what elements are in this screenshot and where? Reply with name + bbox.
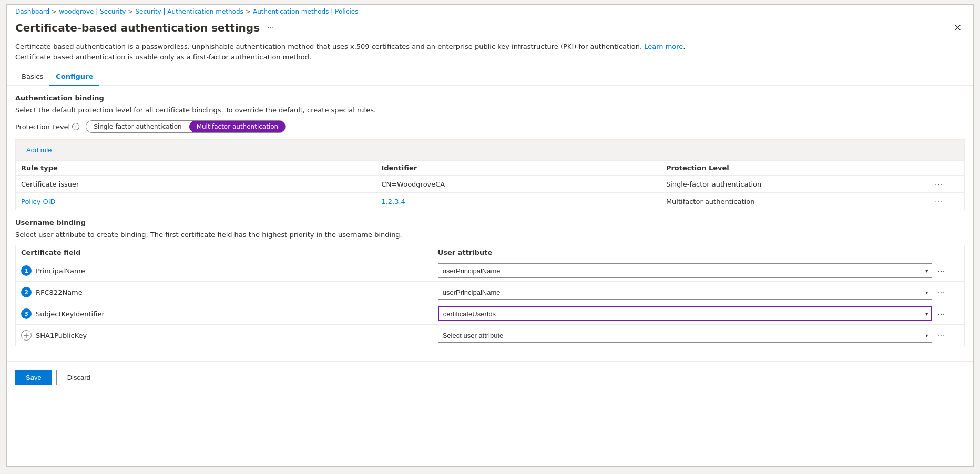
rule-2-identifier: 1.2.3.4 <box>376 193 661 210</box>
tabs: Basics Configure <box>7 68 973 86</box>
description-line2: Certificate based authentication is usab… <box>15 53 311 61</box>
rule-1-type: Certificate issuer <box>16 176 376 193</box>
binding-row-2-badge: 2 <box>21 287 32 297</box>
learn-more-link[interactable]: Learn more <box>644 43 683 50</box>
binding-row-1-field: 1 PrincipalName <box>16 260 433 282</box>
binding-row-3-field-name: SubjectKeyIdentifier <box>36 310 105 318</box>
binding-row-3-attr: userPrincipalName certificateUserIds onP… <box>433 303 954 325</box>
discard-button[interactable]: Discard <box>56 370 101 385</box>
binding-row-4-more-button[interactable]: ··· <box>934 330 948 341</box>
footer: Save Discard <box>7 361 973 394</box>
rule-1-more-button[interactable]: ··· <box>932 179 946 189</box>
rules-table: Add rule Rule type Identifier Protection… <box>15 139 965 210</box>
breadcrumb-auth-methods[interactable]: Security | Authentication methods <box>135 8 243 15</box>
binding-row-4-dropdown-container: Select user attribute userPrincipalName … <box>438 328 933 343</box>
binding-row-4-field-name: SHA1PublicKey <box>36 332 87 339</box>
col-identifier: Identifier <box>376 161 661 176</box>
tab-basics[interactable]: Basics <box>15 68 49 86</box>
username-binding-desc: Select user attribute to create binding.… <box>15 231 965 239</box>
binding-row-4-field: + SHA1PublicKey <box>16 325 433 346</box>
rule-2-identifier-link[interactable]: 1.2.3.4 <box>381 198 405 205</box>
binding-row-2-field: 2 RFC822Name <box>16 282 433 303</box>
rule-2-type-link[interactable]: Policy OID <box>21 198 56 205</box>
content-area: Authentication binding Select the defaul… <box>7 86 973 355</box>
save-button[interactable]: Save <box>15 370 52 385</box>
binding-header-row: Certificate field User attribute <box>16 245 965 260</box>
rule-row-2: Policy OID 1.2.3.4 Multifactor authentic… <box>16 193 965 210</box>
binding-table: Certificate field User attribute 1 Princ… <box>15 245 965 346</box>
single-factor-option[interactable]: Single-factor authentication <box>86 121 189 132</box>
binding-row-1-attr: userPrincipalName certificateUserIds onP… <box>433 260 954 282</box>
rule-2-protection: Multifactor authentication <box>661 193 926 210</box>
col-protection-level: Protection Level <box>661 161 926 176</box>
binding-row-4: + SHA1PublicKey Select user attribute <box>16 325 965 346</box>
protection-level-row: Protection Level i Single-factor authent… <box>15 120 965 133</box>
close-button[interactable]: ✕ <box>951 22 965 34</box>
binding-row-1-field-name: PrincipalName <box>36 267 85 275</box>
tab-configure[interactable]: Configure <box>49 68 99 86</box>
binding-row-4-badge: + <box>21 330 32 341</box>
binding-row-3-badge: 3 <box>21 308 32 319</box>
binding-row-3: 3 SubjectKeyIdentifier userPrincipalName <box>16 303 965 325</box>
auth-binding-title: Authentication binding <box>15 94 965 102</box>
binding-row-2-select[interactable]: userPrincipalName certificateUserIds onP… <box>438 285 933 300</box>
protection-level-label: Protection Level i <box>15 123 79 131</box>
multifactor-option[interactable]: Multifactor authentication <box>189 121 286 132</box>
col-cert-field: Certificate field <box>16 245 433 260</box>
col-user-attribute: User attribute <box>433 245 954 260</box>
breadcrumb-security[interactable]: woodgrove | Security <box>59 8 126 15</box>
binding-row-3-more-button[interactable]: ··· <box>934 308 948 319</box>
protection-level-toggle[interactable]: Single-factor authentication Multifactor… <box>86 120 286 133</box>
panel-header: Certificate-based authentication setting… <box>7 18 973 39</box>
binding-row-1: 1 PrincipalName userPrincipalName <box>16 260 965 282</box>
binding-row-2-field-name: RFC822Name <box>36 288 83 296</box>
binding-row-4-select[interactable]: Select user attribute userPrincipalName … <box>438 328 933 343</box>
rule-1-protection: Single-factor authentication <box>661 176 926 193</box>
auth-binding-desc: Select the default protection level for … <box>15 106 965 114</box>
page-title: Certificate-based authentication setting… <box>15 22 260 34</box>
description-text: Certificate-based authentication is a pa… <box>15 43 642 50</box>
username-binding-title: Username binding <box>15 219 965 226</box>
binding-row-3-select[interactable]: userPrincipalName certificateUserIds onP… <box>438 306 933 321</box>
breadcrumb: Dashboard > woodgrove | Security > Secur… <box>7 5 973 18</box>
col-rule-type: Rule type <box>16 161 376 176</box>
binding-row-1-badge: 1 <box>21 265 32 276</box>
add-rule-button[interactable]: Add rule <box>21 143 57 157</box>
binding-row-2: 2 RFC822Name userPrincipalName cer <box>16 282 965 303</box>
username-binding-section: Username binding Select user attribute t… <box>15 219 965 346</box>
breadcrumb-dashboard[interactable]: Dashboard <box>15 8 49 15</box>
binding-row-2-more-button[interactable]: ··· <box>934 287 948 297</box>
info-icon[interactable]: i <box>72 123 79 130</box>
binding-row-3-field: 3 SubjectKeyIdentifier <box>16 303 433 325</box>
rule-row-1: Certificate issuer CN=WoodgroveCA Single… <box>16 176 965 193</box>
binding-row-1-select[interactable]: userPrincipalName certificateUserIds onP… <box>438 263 933 278</box>
rule-2-type: Policy OID <box>16 193 376 210</box>
breadcrumb-policies[interactable]: Authentication methods | Policies <box>253 8 359 15</box>
binding-row-2-attr: userPrincipalName certificateUserIds onP… <box>433 282 954 303</box>
rule-2-more-button[interactable]: ··· <box>932 196 946 207</box>
add-rule-row: Add rule <box>16 140 965 161</box>
description-area: Certificate-based authentication is a pa… <box>7 39 973 68</box>
binding-row-3-dropdown-container: userPrincipalName certificateUserIds onP… <box>438 306 933 321</box>
rule-1-identifier: CN=WoodgroveCA <box>376 176 661 193</box>
binding-row-1-dropdown-container: userPrincipalName certificateUserIds onP… <box>438 263 933 278</box>
rules-table-header-row: Rule type Identifier Protection Level <box>16 161 965 176</box>
binding-row-4-attr: Select user attribute userPrincipalName … <box>433 325 954 346</box>
binding-row-1-more-button[interactable]: ··· <box>934 265 948 276</box>
binding-row-2-dropdown-container: userPrincipalName certificateUserIds onP… <box>438 285 933 300</box>
more-options-button[interactable]: ··· <box>265 22 276 34</box>
